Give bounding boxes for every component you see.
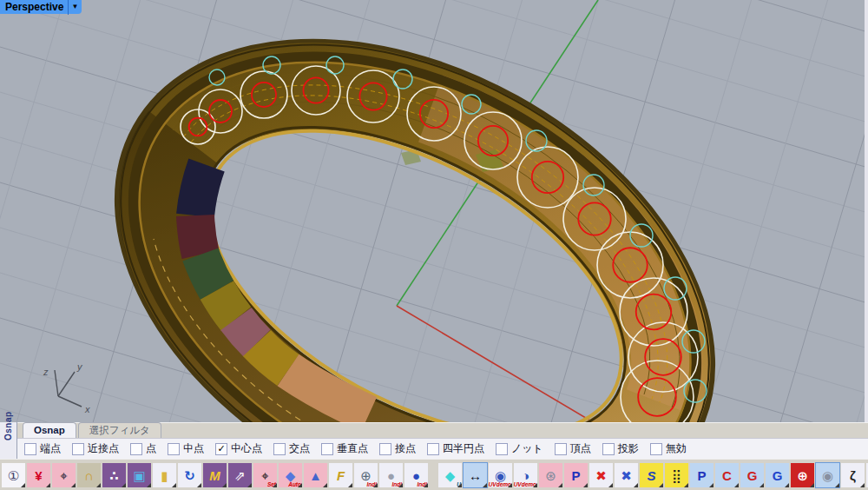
checkbox[interactable]: [24, 443, 36, 455]
auto-gems-icon[interactable]: ◆Auto: [279, 463, 302, 487]
red-target-icon[interactable]: ⊕: [791, 463, 814, 487]
points-c-glyph: C: [722, 469, 732, 482]
cplane-x-axis-line: [397, 306, 595, 422]
uv-demo-2-icon[interactable]: ◑UVdemo: [514, 463, 537, 487]
sphere-indi-blue-glyph: ●: [412, 469, 420, 482]
pyramid-icon[interactable]: ▲: [304, 463, 327, 487]
osnap-label: 投影: [618, 441, 639, 456]
viewport-title: Perspective: [0, 0, 68, 15]
points-p-icon[interactable]: P: [690, 463, 713, 487]
checkbox[interactable]: [427, 443, 439, 455]
osnap-label: 接点: [395, 441, 416, 456]
mesh-sphere-glyph: ⊛: [545, 469, 556, 482]
count-points-icon[interactable]: ①: [2, 463, 25, 487]
tab-選択フィルタ[interactable]: 選択フィルタ: [78, 422, 161, 438]
control-point-grid-icon[interactable]: ⣿: [665, 463, 688, 487]
osnap-item-頂点[interactable]: 頂点: [555, 441, 591, 456]
checkbox[interactable]: [602, 443, 615, 455]
viewport-canvas[interactable]: z y x: [0, 0, 865, 422]
cube-u-glyph: ◆: [445, 469, 456, 482]
cylinders-icon[interactable]: ▣: [128, 463, 151, 487]
osnap-label: 無効: [666, 441, 687, 456]
globe-indi-icon[interactable]: ⊕Indi: [354, 463, 378, 487]
osnap-item-垂直点[interactable]: 垂直点: [321, 441, 368, 456]
rotate-dimension-icon[interactable]: ↻: [178, 463, 201, 487]
cube-m-icon[interactable]: M: [203, 463, 227, 487]
osnap-item-中点[interactable]: 中点: [168, 441, 204, 456]
checkbox[interactable]: [130, 443, 142, 455]
move-g-icon[interactable]: G: [766, 463, 789, 487]
checkbox[interactable]: [168, 443, 180, 455]
stretch-points-red-glyph: ✖: [595, 469, 607, 482]
osnap-item-接点[interactable]: 接点: [379, 441, 416, 456]
osnap-item-中心点[interactable]: ✓中心点: [215, 441, 262, 456]
curve-points-icon[interactable]: ζ: [841, 463, 865, 487]
three-gems-icon[interactable]: ∴: [102, 463, 126, 487]
sphere-indi-blue-icon[interactable]: ●Indi: [404, 463, 428, 487]
osnap-item-交点[interactable]: 交点: [273, 441, 310, 456]
checkbox[interactable]: [496, 443, 508, 455]
uv-demo-1-glyph: ◉: [495, 469, 506, 482]
axis-z-label: z: [43, 367, 49, 377]
mesh-sphere-icon[interactable]: ⊛: [539, 463, 562, 487]
perspective-viewport[interactable]: z y x Perspective ▼: [0, 0, 868, 422]
viewport-title-dropdown[interactable]: Perspective ▼: [0, 0, 82, 14]
ring-band-glyph: ∩: [84, 469, 94, 482]
osnap-item-近接点[interactable]: 近接点: [72, 441, 119, 456]
red-target-glyph: ⊕: [797, 469, 808, 482]
cube-m-glyph: M: [209, 469, 220, 482]
sphere-indi-gray-icon[interactable]: ●Indi: [379, 463, 403, 487]
checkbox[interactable]: [321, 443, 333, 455]
checkbox[interactable]: [379, 443, 391, 455]
gold-cylinder-icon[interactable]: ▮: [153, 463, 176, 487]
ring-model[interactable]: [34, 0, 796, 422]
box-f-icon[interactable]: F: [329, 463, 352, 487]
osnap-item-無効[interactable]: 無効: [650, 441, 687, 456]
checkbox[interactable]: ✓: [215, 443, 227, 455]
chevron-down-icon[interactable]: ▼: [68, 0, 82, 15]
tab-Osnap[interactable]: Osnap: [23, 422, 76, 438]
osnap-item-端点[interactable]: 端点: [24, 441, 61, 456]
osnap-label: 垂直点: [337, 441, 368, 456]
axis-x-label: x: [84, 404, 90, 414]
axis-gnomon: [55, 370, 82, 407]
pyramid-glyph: ▲: [309, 469, 322, 482]
osnap-item-点[interactable]: 点: [130, 441, 156, 456]
rotate-g-icon[interactable]: G: [740, 463, 764, 487]
checkbox[interactable]: [650, 443, 662, 455]
s-curve-glyph: S: [647, 469, 655, 482]
points-c-icon[interactable]: C: [715, 463, 739, 487]
set-point-icon[interactable]: ⌖Set: [253, 463, 277, 487]
dimension-icon[interactable]: ↔: [464, 463, 487, 487]
pipe-p-glyph: P: [571, 469, 580, 482]
points-p-glyph: P: [697, 469, 706, 482]
sphere-points-icon[interactable]: ◉: [816, 463, 839, 487]
osnap-label: ノット: [511, 441, 543, 456]
osnap-side-tab[interactable]: Osnap: [0, 422, 17, 459]
status-tab-row: Osnap選択フィルタ: [17, 422, 868, 438]
osnap-item-投影[interactable]: 投影: [602, 441, 639, 456]
rotate-dimension-glyph: ↻: [184, 469, 195, 482]
cube-u-icon[interactable]: ◆U: [438, 463, 462, 487]
s-curve-icon[interactable]: S: [640, 463, 663, 487]
pipe-p-icon[interactable]: P: [564, 463, 588, 487]
osnap-side-tab-label: Osnap: [3, 411, 13, 440]
move-points-blue-icon[interactable]: ✖: [615, 463, 638, 487]
osnap-item-四半円点[interactable]: 四半円点: [427, 441, 484, 456]
ring-band-icon[interactable]: ∩: [77, 463, 101, 487]
checkbox[interactable]: [555, 443, 567, 455]
checkbox[interactable]: [72, 443, 84, 455]
cube-u-label: U: [457, 481, 461, 487]
osnap-label: 四半円点: [443, 441, 484, 456]
curve-point-edit-glyph: ⌖: [60, 469, 67, 482]
rhino-app-window: { "viewport": { "label": "Perspective", …: [0, 0, 868, 490]
sphere-points-glyph: ◉: [822, 469, 833, 482]
osnap-item-ノット[interactable]: ノット: [496, 441, 543, 456]
globe-indi-glyph: ⊕: [360, 469, 372, 482]
yen-gold-price-icon[interactable]: ¥: [27, 463, 50, 487]
curve-point-edit-icon[interactable]: ⌖: [52, 463, 76, 487]
move-rectangle-icon[interactable]: ⇗: [228, 463, 252, 487]
checkbox[interactable]: [273, 443, 286, 455]
uv-demo-1-icon[interactable]: ◉UVdemo: [489, 463, 512, 487]
stretch-points-red-icon[interactable]: ✖: [589, 463, 613, 487]
